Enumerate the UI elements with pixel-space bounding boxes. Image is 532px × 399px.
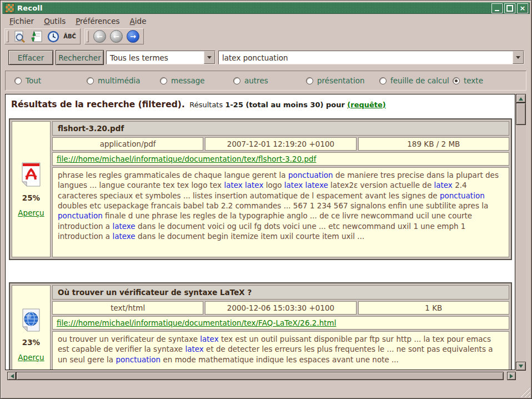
query-combo[interactable] [218, 51, 524, 64]
arrow-right-icon: → [127, 30, 139, 43]
history-button[interactable] [46, 30, 61, 43]
menu-preferences-accel: P [76, 17, 80, 26]
result-snippet: phrase les regles grammaticales de chaqu… [52, 167, 509, 257]
html-file-icon [20, 308, 42, 332]
menu-outils[interactable]: Outils [39, 16, 71, 27]
vertical-scrollbar[interactable] [516, 94, 526, 371]
preview-link[interactable]: Aperçu [18, 208, 44, 217]
advanced-search-button[interactable] [12, 30, 27, 43]
menu-outils-accel: O [44, 17, 50, 26]
result-title: Où trouver un vérificateur de syntaxe La… [52, 285, 509, 300]
result-card-1: 25% Aperçu flshort-3.20.pdf application/… [9, 118, 512, 260]
date-modified: 2007-12-01 12:19:20 +0100 [205, 137, 356, 151]
result-url-link[interactable]: file:///home/michael/informatique/docume… [57, 318, 336, 327]
close-button[interactable]: × [517, 3, 528, 13]
results-count-prefix: Résultats [187, 101, 225, 109]
radio-icon [160, 77, 167, 84]
result-title: flshort-3.20.pdf [52, 121, 509, 136]
relevance-percent: 25% [22, 193, 40, 202]
dropdown-button[interactable] [513, 51, 524, 64]
dropdown-button[interactable] [204, 51, 215, 64]
window-title: Recoll [17, 4, 43, 12]
menu-aide-label: ide [135, 17, 147, 26]
clear-button[interactable]: Effacer [8, 50, 53, 65]
toolbar-handle[interactable] [6, 31, 9, 42]
radio-autres[interactable]: autres [233, 76, 268, 85]
triangle-up-icon [519, 95, 523, 101]
result-1-side-panel: 25% Aperçu [12, 121, 51, 257]
document-update-icon [30, 31, 43, 43]
preview-link[interactable]: Aperçu [18, 353, 44, 362]
scroll-left-button[interactable] [7, 372, 16, 380]
window-controls: × [491, 3, 528, 13]
radio-feuille-de-calcul[interactable]: feuille de calcul [379, 76, 449, 85]
date-modified: 2000-12-06 15:03:30 +0100 [205, 301, 356, 315]
scroll-right-button[interactable] [507, 372, 516, 380]
radio-presentation[interactable]: présentation [306, 76, 364, 85]
arrow-left-icon: ← [93, 30, 106, 43]
update-index-button[interactable] [29, 30, 44, 43]
maximize-icon [506, 5, 513, 12]
scroll-up-button[interactable] [516, 94, 526, 103]
recoll-app-icon [5, 3, 14, 13]
toolbar-handle[interactable] [86, 31, 89, 42]
radio-message[interactable]: message [160, 76, 205, 85]
results-title: Résultats de la recherche (filtered). [11, 99, 185, 109]
radio-icon [87, 77, 94, 84]
clock-icon [47, 31, 59, 43]
toolbar-group-tools: ÂBĈ [4, 28, 81, 44]
query-link[interactable]: (requête) [347, 101, 386, 109]
triangle-down-icon [519, 365, 523, 370]
radio-texte[interactable]: texte [453, 76, 483, 85]
radio-multimedia[interactable]: multimédia [87, 76, 140, 85]
radio-label: message [171, 76, 205, 85]
search-button[interactable]: Rechercher [56, 50, 104, 65]
radio-label: feuille de calcul [390, 76, 449, 85]
chevron-down-icon [516, 56, 520, 61]
search-input[interactable] [219, 53, 513, 62]
menu-aide[interactable]: Aide [125, 16, 152, 27]
radio-icon [453, 77, 460, 84]
chevron-down-icon [207, 56, 212, 61]
mime-type: application/pdf [52, 137, 203, 151]
previous-page-button[interactable]: ← [109, 30, 124, 43]
radio-label: texte [464, 76, 483, 85]
minimize-icon [495, 10, 499, 11]
scroll-down-button[interactable] [516, 362, 526, 371]
pdf-file-icon [20, 162, 42, 187]
result-2-side-panel: 23% Aperçu [12, 285, 51, 370]
result-url-row: file:///home/michael/informatique/docume… [52, 152, 509, 166]
titlebar[interactable]: Recoll × [2, 2, 530, 14]
relevance-percent: 23% [22, 338, 40, 347]
radio-tout[interactable]: Tout [14, 76, 41, 85]
menu-preferences-label: références [80, 17, 120, 26]
recoll-window: Recoll × Fichier Outils Préférences Aide [0, 0, 532, 399]
result-url-link[interactable]: file:///home/michael/informatique/docume… [57, 154, 316, 163]
radio-label: autres [244, 76, 268, 85]
menu-preferences[interactable]: Préférences [71, 16, 124, 27]
vertical-scrollbar-thumb[interactable] [516, 103, 526, 125]
horizontal-scrollbar-thumb[interactable] [16, 372, 504, 380]
minimize-button[interactable] [491, 3, 503, 13]
results-list: Résultats de la recherche (filtered). Ré… [5, 94, 515, 370]
radio-icon [14, 77, 22, 84]
maximize-button[interactable] [504, 3, 515, 13]
triangle-right-icon [510, 374, 515, 378]
term-explorer-icon: ÂBĈ [63, 33, 76, 39]
next-page-button[interactable]: → [126, 30, 140, 43]
term-explorer-button[interactable]: ÂBĈ [62, 30, 77, 43]
window-resize-grip[interactable] [520, 387, 530, 397]
search-mode-value: Tous les termes [107, 53, 172, 62]
file-size: 189 KB / 2 MB [358, 137, 509, 151]
document-search-icon [13, 31, 27, 43]
radio-icon [306, 77, 313, 84]
radio-label: Tout [26, 76, 41, 85]
category-filter-panel: Tout multimédia message autres présentat… [5, 71, 526, 91]
toolbar-group-navigation: ← ← → [84, 28, 144, 44]
first-page-button[interactable]: ← [92, 30, 107, 43]
menu-fichier-label: ichier [13, 17, 34, 26]
menu-outils-label: utils [50, 17, 66, 26]
menu-fichier[interactable]: Fichier [4, 16, 39, 27]
search-mode-select[interactable]: Tous les termes [106, 51, 215, 64]
horizontal-scrollbar[interactable] [7, 372, 516, 380]
